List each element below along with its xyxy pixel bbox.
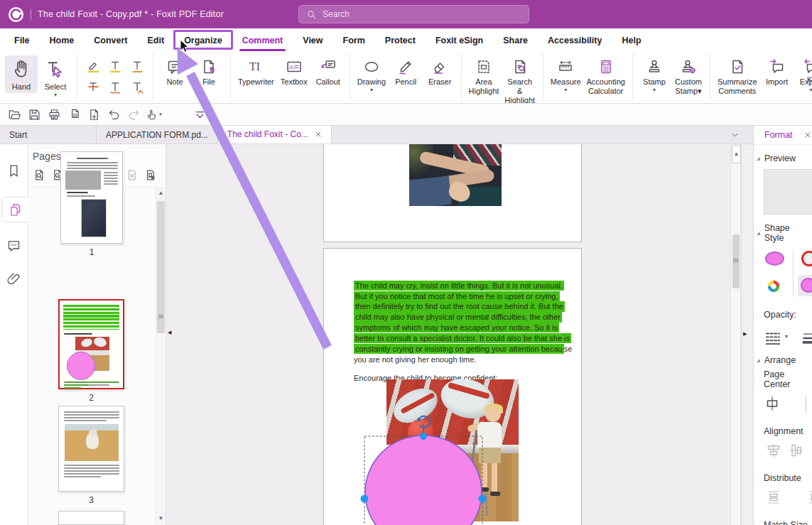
page-thumbnail-2[interactable] [58,299,124,389]
scroll-up-icon[interactable]: ▲ [156,188,166,198]
menu-item-share[interactable]: Share [493,28,538,52]
preview-section-header[interactable]: ◢ Preview [757,153,812,163]
tab-close-icon[interactable] [315,131,322,138]
tool-tm-T-caret-icon[interactable] [130,80,145,95]
pink-ellipse-annotation[interactable] [365,435,482,525]
tool-eraser[interactable]: Eraser [423,55,456,88]
search-box[interactable]: Search [298,5,529,23]
page-bookmark-button[interactable] [142,167,158,183]
document-scrollbar[interactable]: ▲ [730,144,741,525]
menu-item-foxit-esign[interactable]: Foxit eSign [426,28,493,52]
tool-typewriter[interactable]: TITypewriter [236,55,276,88]
line-weight-icon[interactable] [801,329,812,345]
resize-handle-top[interactable] [420,433,427,440]
menu-item-organize[interactable]: Organize [174,28,232,52]
tool-drawing[interactable]: Drawing▾ [355,55,388,94]
rotate-handle-icon[interactable] [418,416,430,428]
tool-pencil[interactable]: Pencil [389,55,422,88]
tool-tm-T-ul2-icon[interactable] [130,59,145,74]
current-shape-swatch[interactable] [765,251,784,266]
create-from-file-button[interactable] [65,106,83,123]
menu-item-edit[interactable]: Edit [138,28,175,52]
document-viewport[interactable]: The child may cry, insist on little thin… [166,144,730,525]
align-horizontal-icon[interactable] [765,442,782,459]
menu-item-home[interactable]: Home [40,28,85,52]
undo-button[interactable] [104,106,123,123]
resize-handle-right[interactable] [479,495,487,503]
tool-hand[interactable]: Hand [5,55,38,93]
pdf-page-1[interactable] [323,144,582,242]
save-button[interactable] [25,106,43,123]
format-tab[interactable]: Format [764,130,793,140]
tool-textbox[interactable]: ATextbox [278,55,310,88]
tool-stamp[interactable]: Stamp▾ [638,55,671,94]
doc-scroll-up-icon[interactable]: ▲ [732,145,741,163]
close-panel-icon[interactable] [804,131,811,139]
extract-pages-button[interactable] [31,167,47,183]
tool-select[interactable]: Select▾ [39,55,72,99]
selected-color-chip[interactable] [798,275,812,296]
center-on-page-icon[interactable] [764,395,781,412]
page-thumbnail-partial[interactable] [58,511,124,525]
resize-handle-left[interactable] [361,495,369,503]
menu-item-view[interactable]: View [293,28,332,52]
tool-area[interactable]: Area Highlight [467,55,501,97]
sidebar-attachments-button[interactable] [4,268,25,289]
tool-note[interactable]: Note [158,55,191,88]
collapse-left-panel-icon[interactable]: ◂ [168,328,172,337]
tool-custom[interactable]: Custom Stamp▾ [672,55,705,97]
distribute-horizontal-icon[interactable] [806,489,812,506]
menu-item-file[interactable]: File [4,28,40,52]
shape-style-section-header[interactable]: ◢ Shape Style [757,223,812,243]
tool-tm-T-ul-icon[interactable] [108,59,123,74]
new-document-button[interactable] [85,106,103,123]
tool-label: Summarize Comments [718,77,757,96]
menu-item-protect[interactable]: Protect [375,28,426,52]
tool-file[interactable]: File [193,55,225,88]
tool-accounting[interactable]: Accounting Calculator [585,55,627,97]
document-image-people[interactable] [409,144,502,206]
scroll-down-icon[interactable]: ▼ [156,514,166,524]
page-thumbnail-3[interactable] [58,406,124,492]
red-outline-swatch[interactable] [801,251,812,266]
document-tab[interactable]: Start [0,126,97,144]
pages-scrollbar-thumb[interactable] [157,201,165,333]
page-thumbnail-1[interactable] [60,151,123,244]
tool-import[interactable]: Import [761,55,794,88]
tool-tm-T-st-icon[interactable] [86,80,101,95]
delete-page-button[interactable] [124,167,139,183]
dash-style-icon[interactable] [764,329,782,345]
tool-measure[interactable]: Measure▾ [548,55,583,94]
dash-style-caret-icon[interactable]: ▾ [785,333,788,340]
menu-item-form[interactable]: Form [333,28,375,52]
tab-list-chevron-icon[interactable] [726,126,743,144]
tool-summarize[interactable]: Summarize Comments [715,55,759,97]
hand-tool-button[interactable]: ▾ [144,106,163,123]
sidebar-pages-button[interactable] [1,197,28,222]
pdf-page-2[interactable]: The child may cry, insist on little thin… [323,248,582,525]
pages-scrollbar[interactable]: ▲ ▼ [156,187,166,525]
tool-callout[interactable]: Callout [312,55,345,88]
sidebar-comments-button[interactable] [4,235,25,256]
arrange-section-header[interactable]: ◢ Arrange [757,355,812,365]
tool-search-&[interactable]: Search & Highlight [502,55,538,104]
document-tab[interactable]: APPLICATION FORM.pd... [97,126,218,144]
customize-toolbar-button[interactable] [190,106,209,123]
expand-right-panel-icon[interactable]: ▸ [743,329,747,338]
open-button[interactable] [5,106,23,123]
menu-item-help[interactable]: Help [612,28,651,52]
menu-item-convert[interactable]: Convert [84,28,137,52]
page-flag-icon [144,168,157,182]
tool-tm-T-sq-icon[interactable] [108,80,123,95]
menu-item-comment[interactable]: Comment [232,28,293,52]
document-tab[interactable]: The child Foxit - Co... [218,126,332,144]
color-wheel-icon[interactable] [766,278,781,294]
redo-button[interactable] [124,106,143,123]
sidebar-bookmarks-button[interactable] [4,160,25,181]
document-scrollbar-thumb[interactable] [732,234,740,288]
align-vertical-icon[interactable] [788,442,805,459]
print-button[interactable] [45,106,63,123]
distribute-vertical-icon[interactable] [765,489,782,506]
menu-item-accessibility[interactable]: Accessibility [538,28,612,52]
tool-tm-pencil-icon[interactable] [86,59,101,74]
